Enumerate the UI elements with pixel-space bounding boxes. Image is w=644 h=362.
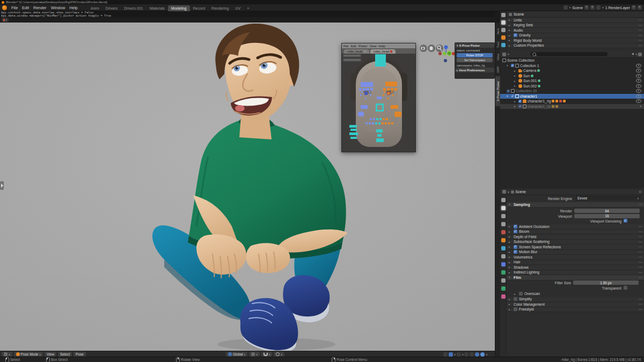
zoom-view-button[interactable] <box>436 45 443 52</box>
pose-menu[interactable]: Pose <box>74 352 86 357</box>
picker-widget-brow-seg[interactable] <box>383 88 386 91</box>
ambient-occlusion-checkbox[interactable] <box>514 225 517 228</box>
picker-widget-nose[interactable] <box>376 104 384 112</box>
proportional-edit-dropdown[interactable]: ▾ <box>274 352 284 357</box>
picker-widget-eye-ring[interactable] <box>365 98 367 99</box>
simplify-checkbox[interactable] <box>514 297 517 301</box>
delete-view-layer-button[interactable] <box>638 5 642 10</box>
picker-widget-right-jaw[interactable] <box>394 112 401 117</box>
panel-overscan[interactable]: ▸Overscan <box>507 291 644 297</box>
picker-widget-mouth[interactable] <box>391 122 393 124</box>
scene-tab-icon[interactable] <box>501 230 506 234</box>
workspace-tab-rendering[interactable]: Rendering <box>208 5 232 11</box>
outliner-row-sun-002[interactable]: ▸Sun.002 <box>500 84 644 89</box>
drag-handle-icon[interactable]: ══ <box>638 276 642 279</box>
properties-editor-icon[interactable] <box>502 190 506 194</box>
picker-widget-eye-ring[interactable] <box>360 94 362 96</box>
physics-tab-icon[interactable] <box>501 270 506 275</box>
visibility-eye-icon[interactable] <box>636 64 641 68</box>
outliner-row-collection-1[interactable]: ▾Collection 1 <box>500 63 644 69</box>
picker-widget-tongue[interactable] <box>349 132 358 135</box>
picker-widget-eye-ring[interactable] <box>384 91 385 93</box>
select-menu[interactable]: Select <box>58 352 72 357</box>
outliner-row-sun[interactable]: ▸Sun <box>500 73 644 79</box>
picker-widget-mouth[interactable] <box>370 118 372 120</box>
panel-indirect-lighting[interactable]: ▸Indirect Lighting══ <box>507 270 644 276</box>
xpose-picker-window[interactable]: File Edit Picker View Help mike_body mik… <box>341 43 416 152</box>
picker-widget-mouth[interactable] <box>383 118 385 120</box>
panel-gravity[interactable]: ▸Gravity══ <box>507 33 644 39</box>
drag-handle-icon[interactable]: ══ <box>638 245 642 248</box>
menu-render[interactable]: Render <box>31 5 49 10</box>
constraints-tab-icon[interactable] <box>501 278 506 283</box>
picker-widget-mouth[interactable] <box>375 122 377 124</box>
picker-widget-left-cheek[interactable] <box>361 105 368 109</box>
transparent-checkbox[interactable] <box>624 286 627 290</box>
drag-handle-icon[interactable]: ══ <box>638 298 642 301</box>
render-engine-dropdown[interactable]: Eevee▾ <box>575 196 641 201</box>
picker-widget-mouth[interactable] <box>378 122 380 124</box>
panel-color-management[interactable]: ▸Color Management══ <box>507 302 644 307</box>
drag-handle-icon[interactable]: ══ <box>638 44 642 47</box>
visibility-eye-icon[interactable] <box>636 99 641 103</box>
picker-widget-brow-seg[interactable] <box>359 88 362 91</box>
render-tab-icon[interactable] <box>501 206 506 210</box>
picker-widget-brow-seg[interactable] <box>391 88 393 91</box>
drag-handle-icon[interactable]: ══ <box>638 255 642 258</box>
picker-tab-body[interactable]: mike_body <box>344 49 369 54</box>
picker-widget-mouth[interactable] <box>388 122 390 124</box>
drag-handle-icon[interactable]: ══ <box>638 265 642 269</box>
freestyle-checkbox[interactable] <box>514 307 517 311</box>
picker-menu-file[interactable]: File <box>343 45 349 48</box>
breadcrumb[interactable]: Scene <box>514 12 524 16</box>
snap-toggle[interactable]: ▾ <box>261 352 273 357</box>
picker-widget-mouth[interactable] <box>386 118 388 120</box>
view-layer-tab-icon[interactable] <box>501 222 506 226</box>
material-tab-icon[interactable] <box>501 294 506 299</box>
picker-widget-eye-ring[interactable] <box>391 91 393 93</box>
orientation-dropdown[interactable]: Global▾ <box>226 352 247 357</box>
drag-handle-icon[interactable]: ══ <box>638 250 642 254</box>
panel-ambient-occlusion[interactable]: ▸Ambient Occlusion══ <box>507 224 644 230</box>
drag-handle-icon[interactable]: ══ <box>638 225 642 228</box>
view-layer-name[interactable]: 1 RenderLayer <box>605 6 630 10</box>
viewport-denoising-checkbox[interactable] <box>624 219 627 223</box>
mode-dropdown[interactable]: Pose Mode▾ <box>14 352 43 357</box>
menu-help[interactable]: Help <box>67 5 79 10</box>
picker-tab-head[interactable]: mike_head <box>370 49 396 54</box>
outliner-search-input[interactable] <box>530 52 608 56</box>
panel-keying-sets[interactable]: ▸Keying Sets══ <box>507 23 644 28</box>
picker-widget-eye-ring[interactable] <box>370 94 371 96</box>
camera-view-button[interactable] <box>420 45 427 52</box>
picker-menu-picker[interactable]: Picker <box>358 45 368 48</box>
panel-audio[interactable]: ▸Audio══ <box>507 28 644 33</box>
visibility-eye-icon[interactable] <box>636 84 641 88</box>
panel-motion-blur[interactable]: ▸Motion Blur══ <box>507 250 644 255</box>
outliner-row-camera[interactable]: ▸Camera <box>500 68 644 73</box>
drag-handle-icon[interactable]: ══ <box>638 240 642 243</box>
picker-widget-brow-seg[interactable] <box>394 88 397 91</box>
host-preferences-header[interactable]: ▸Host Preferences <box>455 68 494 72</box>
gizmo-toggle[interactable] <box>443 352 448 357</box>
panel-depth-of-field[interactable]: ▸Depth of Field══ <box>507 234 644 240</box>
shading-material-button[interactable] <box>475 352 479 357</box>
shading-wireframe-button[interactable] <box>464 352 469 357</box>
collection-checkbox[interactable] <box>507 90 510 93</box>
panel-shadows[interactable]: ▸Shadows══ <box>507 265 644 270</box>
picker-menu-view[interactable]: View <box>370 45 377 48</box>
picker-widget-mouth[interactable] <box>382 122 384 124</box>
panel-film[interactable]: ▾Film══ <box>507 275 644 280</box>
gravity-checkbox[interactable] <box>514 33 517 37</box>
pin-icon[interactable]: ⊙ <box>639 190 642 194</box>
drag-handle-icon[interactable]: ══ <box>638 203 642 206</box>
workspace-tab-drivers[interactable]: Drivers <box>103 5 121 11</box>
drag-handle-icon[interactable]: ══ <box>638 39 642 42</box>
tool-tab-icon[interactable] <box>501 198 506 202</box>
drag-handle-icon[interactable]: ══ <box>638 261 642 264</box>
3d-viewport[interactable]: File Edit Picker View Help mike_body mik… <box>0 23 495 351</box>
outliner-options-icon[interactable] <box>638 53 642 56</box>
picker-widget-right-eye[interactable] <box>387 92 390 95</box>
new-scene-button[interactable] <box>584 5 589 10</box>
drag-handle-icon[interactable]: ══ <box>638 302 642 306</box>
drag-handle-icon[interactable]: ══ <box>638 230 642 233</box>
